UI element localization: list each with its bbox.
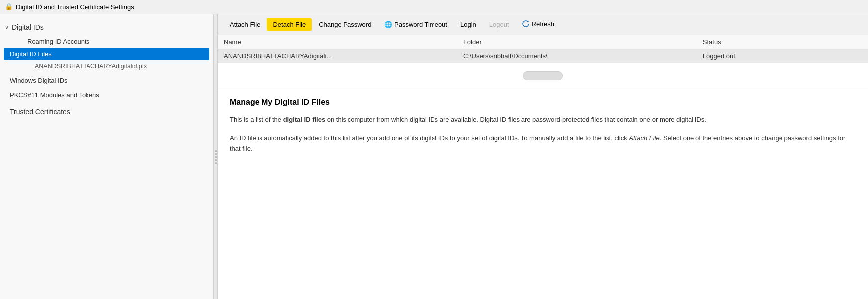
main-layout: ∨ Digital IDs Roaming ID Accounts Digita… — [0, 14, 868, 299]
globe-icon: 🌐 — [384, 21, 392, 28]
cell-name: ANANDSRIBHATTACHARYAdigitali... — [218, 49, 457, 63]
sidebar-item-pfx-file[interactable]: ANANDSRIBHATTACHARYAdigitalid.pfx — [0, 60, 213, 72]
refresh-icon-container: Refresh — [522, 20, 555, 28]
sidebar-label-digital-ids: Digital IDs — [12, 23, 44, 31]
description-area: Manage My Digital ID Files This is a lis… — [218, 88, 868, 299]
col-header-folder: Folder — [457, 35, 697, 49]
resize-dot-2 — [215, 153, 217, 155]
refresh-svg-icon — [522, 20, 530, 28]
login-button[interactable]: Login — [454, 18, 482, 31]
col-header-name: Name — [218, 35, 457, 49]
description-paragraph-1: This is a list of the digital ID files o… — [230, 115, 856, 125]
sidebar-label-digital-id-files: Digital ID Files — [10, 50, 52, 58]
change-password-button[interactable]: Change Password — [313, 18, 377, 31]
table-area: Name Folder Status ANANDSRIBHATTACHARYAd… — [218, 35, 868, 63]
data-table: Name Folder Status ANANDSRIBHATTACHARYAd… — [218, 35, 868, 63]
sidebar-item-digital-id-files[interactable]: Digital ID Files — [4, 48, 209, 60]
resize-dot-4 — [215, 159, 217, 161]
window-title: Digital ID and Trusted Certificate Setti… — [16, 3, 134, 11]
sidebar-item-roaming-id-accounts[interactable]: Roaming ID Accounts — [0, 35, 213, 48]
sidebar-item-windows-digital-ids[interactable]: Windows Digital IDs — [0, 74, 213, 87]
resize-dot-5 — [215, 162, 217, 164]
desc-p1-post: on this computer from which digital IDs … — [325, 116, 706, 123]
scroll-area — [218, 63, 868, 88]
desc-p2-italic: Attach File — [629, 134, 659, 142]
chevron-down-icon: ∨ — [5, 24, 9, 31]
desc-p1-pre: This is a list of the — [230, 116, 283, 123]
resize-handle[interactable] — [214, 14, 218, 299]
sidebar-item-digital-ids[interactable]: ∨ Digital IDs — [0, 19, 213, 35]
sidebar-label-pkcs11: PKCS#11 Modules and Tokens — [10, 91, 99, 99]
col-header-status: Status — [697, 35, 868, 49]
sidebar-label-windows: Windows Digital IDs — [10, 77, 68, 84]
title-bar: 🔒 Digital ID and Trusted Certificate Set… — [0, 0, 868, 14]
desc-p1-bold: digital ID files — [283, 116, 326, 123]
content-panel: Attach File Detach File Change Password … — [218, 14, 868, 299]
sidebar-item-trusted-certs[interactable]: Trusted Certificates — [0, 104, 213, 120]
toolbar: Attach File Detach File Change Password … — [218, 14, 868, 35]
detach-file-button[interactable]: Detach File — [267, 18, 312, 31]
cell-folder: C:\Users\sribhatt\Documents\ — [457, 49, 697, 63]
description-paragraph-2: An ID file is automatically added to thi… — [230, 133, 856, 154]
lock-icon: 🔒 — [5, 3, 13, 11]
resize-dots — [215, 150, 217, 164]
desc-p2-pre: An ID file is automatically added to thi… — [230, 134, 629, 142]
table-header-row: Name Folder Status — [218, 35, 868, 49]
cell-status: Logged out — [697, 49, 868, 63]
scroll-handle[interactable] — [523, 71, 563, 80]
table-row[interactable]: ANANDSRIBHATTACHARYAdigitali... C:\Users… — [218, 49, 868, 63]
sidebar: ∨ Digital IDs Roaming ID Accounts Digita… — [0, 14, 214, 299]
resize-dot-3 — [215, 156, 217, 158]
sidebar-label-pfx: ANANDSRIBHATTACHARYAdigitalid.pfx — [35, 63, 147, 70]
sidebar-label-roaming: Roaming ID Accounts — [27, 38, 89, 45]
resize-dot-1 — [215, 150, 217, 152]
logout-button[interactable]: Logout — [483, 18, 515, 31]
description-title: Manage My Digital ID Files — [230, 98, 856, 107]
password-timeout-button[interactable]: 🌐 Password Timeout — [378, 18, 453, 31]
attach-file-button[interactable]: Attach File — [224, 18, 266, 31]
sidebar-item-pkcs11[interactable]: PKCS#11 Modules and Tokens — [0, 89, 213, 101]
sidebar-label-trusted: Trusted Certificates — [10, 108, 70, 116]
refresh-button[interactable]: Refresh — [516, 17, 561, 32]
